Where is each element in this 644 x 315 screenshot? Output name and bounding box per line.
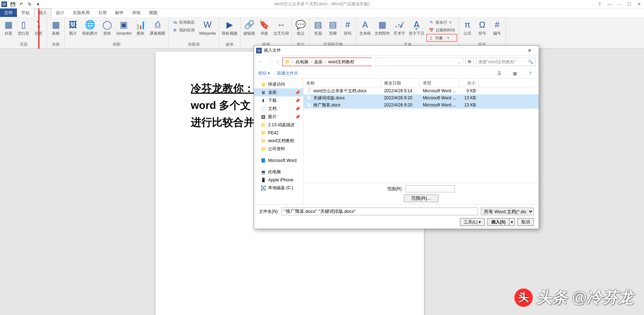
col-name[interactable]: 名称 (303, 79, 381, 87)
header-button[interactable]: ▤页眉 (311, 18, 325, 36)
new-folder-button[interactable]: 新建文件夹 (277, 70, 298, 76)
file-row[interactable]: 📄关键词排版.docx2022/4/26 9:20Microsoft Word … (303, 94, 539, 101)
range-button[interactable]: 范围(R)... (404, 194, 438, 202)
comment-button[interactable]: 💬批注 (294, 18, 308, 36)
screenshot-button[interactable]: ⎙屏幕截图 (148, 18, 167, 36)
sidebar-item-label: 文档 (268, 106, 277, 112)
cross-ref-button[interactable]: ↔交叉引用 (272, 18, 290, 36)
breadcrumb-extra[interactable]: ⌄ (374, 58, 463, 66)
organize-button[interactable]: 组织 ▾ (258, 70, 270, 76)
shapes-button[interactable]: ◯形状 (100, 18, 114, 36)
close-button[interactable]: ✕ (636, 1, 643, 8)
pin-icon: 📌 (295, 106, 300, 111)
sidebar-item[interactable]: 📱Apple iPhone (254, 176, 303, 184)
group-symbols: π公式 Ω符号 #编号 符号 (459, 17, 506, 48)
maximize-button[interactable]: ☐ (626, 1, 633, 8)
tab-design[interactable]: 设计 (52, 8, 69, 17)
insert-split-button[interactable]: 插入(S) ▾ (488, 218, 515, 226)
view-list-icon[interactable]: ☰ (495, 69, 503, 78)
picture-button[interactable]: 🖼图片 (66, 18, 80, 36)
redo-button[interactable]: ↻ (26, 1, 33, 8)
view-details-icon[interactable]: ▦ (510, 69, 519, 78)
undo-button[interactable]: ↶ (18, 1, 25, 8)
tab-file[interactable]: 文件 (0, 8, 17, 17)
sidebar-item[interactable]: 📘Microsoft Word (254, 157, 303, 164)
desktop-icon: 🖥 (260, 90, 266, 95)
table-button[interactable]: ▦表格 (49, 18, 63, 36)
equation-button[interactable]: π公式 (460, 18, 474, 36)
wordart-button[interactable]: 𝒜艺术字 (392, 18, 407, 36)
date-time-button[interactable]: 📅日期和时间 (426, 26, 457, 34)
textbox-button[interactable]: A文本框 (358, 18, 372, 36)
bookmark-button[interactable]: 🔖书签 (257, 18, 271, 36)
nav-forward-button[interactable]: → (266, 59, 273, 65)
tab-review[interactable]: 审阅 (128, 8, 145, 17)
col-date[interactable]: 修改日期 (381, 79, 420, 87)
wikipedia-button[interactable]: WWikipedia (197, 18, 217, 36)
object-button[interactable]: ▯对象▾ (426, 34, 457, 42)
sidebar-item[interactable]: 📄文档📌 (254, 105, 303, 113)
qat-more[interactable]: ▾ (35, 1, 42, 8)
sidebar-item[interactable]: ⬇下载📌 (254, 97, 303, 105)
page-break-button[interactable]: ⤵分页 (31, 18, 46, 36)
sidebar-item[interactable]: 📁2.13-词盘踢进 (254, 121, 303, 129)
minimize-button[interactable]: – (616, 1, 623, 8)
filename-input[interactable] (282, 208, 478, 215)
online-video-button[interactable]: ▶联机视频 (220, 18, 239, 36)
range-input[interactable] (406, 185, 455, 192)
symbol-button[interactable]: Ω符号 (475, 18, 489, 36)
nav-up-button[interactable]: ↑ (275, 59, 280, 65)
number-button[interactable]: #编号 (490, 18, 504, 36)
help-icon[interactable]: ? (526, 69, 534, 78)
tab-insert[interactable]: 插入 (34, 8, 52, 17)
file-row[interactable]: 📄word怎么合并多个文档.docx2022/4/26 9:14Microsof… (303, 87, 539, 94)
cancel-button[interactable]: 取消 (518, 218, 534, 226)
blank-page-button[interactable]: ▯空白页 (16, 18, 31, 36)
tab-references[interactable]: 引用 (94, 8, 111, 17)
sidebar-item-label: PE42 (268, 130, 278, 135)
page-number-button[interactable]: #页码 (341, 18, 355, 36)
my-apps-button[interactable]: ⚙我的应用 (170, 26, 197, 34)
sidebar-item[interactable]: 📁公司资料 (254, 145, 303, 153)
help-button[interactable]: ? (596, 1, 603, 8)
smartart-button[interactable]: ▣SmartArt (115, 18, 133, 36)
col-size[interactable]: 大小 (459, 79, 479, 87)
chart-button[interactable]: 📊图表 (134, 18, 148, 36)
sidebar-item[interactable]: 🖥桌面📌 (254, 88, 303, 97)
doc-icon: 📄 (260, 106, 266, 112)
save-button[interactable]: 💾 (9, 1, 16, 8)
search-input[interactable]: 搜索"word文档教程"🔍 (476, 58, 536, 66)
footer-button[interactable]: ▤页脚 (326, 18, 340, 36)
tab-mail[interactable]: 邮件 (111, 8, 128, 17)
insert-button[interactable]: 插入(S) (488, 218, 509, 226)
sidebar-item[interactable]: 💽本地磁盘 (C:) (254, 184, 303, 192)
signature-line-button[interactable]: ✎签名行▾ (426, 18, 457, 26)
file-row[interactable]: 📄推广预算.docx2022/4/26 9:20Microsoft Word .… (303, 101, 539, 109)
tools-button[interactable]: 工具(L) ▾ (460, 218, 485, 226)
nav-back-button[interactable]: ← (257, 59, 264, 65)
hyperlink-button[interactable]: 🔗超链接 (242, 18, 256, 36)
tab-layout[interactable]: 页面布局 (69, 8, 94, 17)
tab-view[interactable]: 视图 (145, 8, 162, 17)
dropcap-button[interactable]: A͇首字下沉 (407, 18, 426, 36)
sidebar-item[interactable]: 💻此电脑 (254, 168, 303, 176)
quick-parts-button[interactable]: ▦文档部件 (373, 18, 391, 36)
online-picture-button[interactable]: 🌐联机图片 (81, 18, 99, 36)
dialog-titlebar: W 插入文件 ✕ (254, 46, 539, 56)
sidebar-item-label: 此电脑 (268, 169, 281, 175)
breadcrumb[interactable]: 📁› 此电脑› 桌面› word文档教程 (282, 58, 372, 66)
dialog-close-button[interactable]: ✕ (522, 48, 537, 53)
filter-select[interactable]: 所有 Word 文档(*.docx;*.docm (481, 208, 534, 215)
col-type[interactable]: 类型 (420, 79, 459, 87)
refresh-button[interactable]: ⟳ (465, 58, 474, 66)
ribbon-options[interactable]: ▭ (606, 1, 613, 8)
sidebar-item[interactable]: 🖼图片📌 (254, 113, 303, 121)
app-store-button[interactable]: 🛍应用商店 (170, 18, 197, 26)
sidebar-item[interactable]: ⭐快速访问 (254, 80, 303, 88)
tab-home[interactable]: 开始 (17, 8, 34, 17)
sidebar-item[interactable]: 📁PE42 (254, 129, 303, 137)
sidebar-item[interactable]: 📁word文档教程 (254, 137, 303, 145)
cover-page-button[interactable]: ▦封面 (1, 18, 16, 36)
quick-access-toolbar: W 💾 ↶ ↻ ▾ (0, 1, 42, 8)
insert-dropdown[interactable]: ▾ (509, 218, 515, 226)
